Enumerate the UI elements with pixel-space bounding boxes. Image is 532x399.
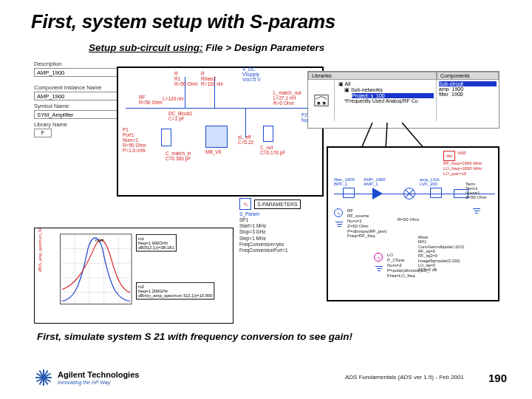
term-label: Term Term1 Num=1 Z=50 Ohm (466, 182, 487, 200)
subcircuit-schematic: R R1 R=50 Ohm R Rbias2 R=100 nH V_DC Vsu… (117, 66, 324, 197)
slide-footer: Agilent Technologies Innovating the HP W… (34, 362, 507, 393)
selected-project[interactable]: Project: s_100 (352, 93, 434, 98)
lib-field[interactable]: F (34, 129, 52, 137)
slide-subtitle: Setup sub-circuit using: File > Design P… (0, 42, 532, 53)
rbias2-label: R Rbias2 R=100 nH (201, 71, 222, 86)
mixer-icon (403, 188, 415, 200)
cout-label: C_out C=0.178 pF (260, 145, 285, 155)
plot-ylabel: dB(S_amp_spectrum_SP1) (38, 228, 42, 272)
svg-rect-2 (322, 102, 325, 105)
amp-label: AMP_1900 AMP_1 (364, 177, 386, 186)
sparam-controller: ∿ S-PARAMETERS S_Param SP1 Start=1 MHz S… (239, 198, 327, 279)
agilent-logo-icon (34, 368, 53, 387)
footer-meta: ADS Fundamentals (ADS ver 1.5) - Feb 200… (345, 374, 478, 381)
vdc-label: V_DC Vsupply Vdc=5 V (242, 66, 261, 82)
sparam-lines: SP1 Start=1 MHz Stop=3 GHz Step=1 MHz Fr… (239, 217, 288, 253)
cmatchin-label: C_match_in C=0.380 pF (166, 151, 191, 161)
filter-label: filter_1900 BPF_1 (334, 177, 355, 186)
marker-m2: m2 freq=1.200GHz dBm(v_amp_spectrum S(2,… (136, 282, 215, 300)
lo-source-label: LO P_1Tone Num=2 P=polar(dbmtow(LO_ Freq… (387, 253, 429, 278)
rf-source-icon: ∿ (334, 208, 343, 217)
page-number: 190 (488, 372, 507, 384)
sparam-header: S-PARAMETERS (254, 200, 301, 209)
comp-amp1900[interactable]: amp_1900 (439, 86, 497, 92)
sparam-icon: ∿ (239, 198, 251, 210)
svg-text:m1▾: m1▾ (95, 238, 103, 242)
dcblock-label: DC_Block1 C=1 pF (168, 111, 193, 121)
component-list[interactable]: Sub-circuit amp_1900 filter_1900 (437, 80, 499, 121)
lmatchout-label: L_match_out L=27.1 nH R=0 Ohm (273, 90, 301, 106)
subtitle-lead: Setup sub-circuit using: (89, 42, 203, 53)
comp-subcircuit[interactable]: Sub-circuit (439, 81, 497, 86)
subtitle-path: File > Design Parameters (205, 42, 324, 53)
comp-filter1900[interactable]: filter_1900 (439, 92, 497, 97)
system-schematic: Var VAR RF_freq=1900 MHz LO_freq=1830 MH… (327, 146, 499, 301)
sparam-name: S_Param (239, 211, 259, 216)
rf-source-label: RF RF_source Num=1 Z=50 Ohm P=dbmtow(RF_… (347, 208, 387, 239)
rload-label: R=50 Ohm (398, 217, 419, 222)
s21-plot: m1▾ dB(S_amp_spectrum_SP1) m1 freq=1.900… (34, 228, 233, 324)
lib-header: Libraries (308, 72, 437, 80)
brand-name: Agilent Technologies (58, 370, 139, 379)
component-browser: Libraries Components ▣ All ▣ Sub-network… (307, 71, 499, 129)
r1-label: R R1 R=50 Ohm (174, 71, 198, 86)
marker-m1: m1 freq=1.900GHz dB(S(2,1))=38.181 (136, 234, 177, 252)
sleff-label: sL_eff C=0.22 (238, 134, 253, 145)
library-list[interactable]: ▣ All ▣ Sub-networks Project: s_100 *Fre… (335, 80, 437, 121)
amp2-label: amp_LNA LVF_200 (420, 177, 440, 186)
slide-title: First, system setup with S-params (0, 0, 532, 38)
p1-label: P1 Port1 Num=1 R=50 Ohm P=1.0 mW (123, 127, 146, 153)
rf-label: RF R=50 Ohm (139, 95, 163, 105)
conclusion-text: First, simulate system S 21 with frequen… (37, 331, 501, 342)
var-icon: Var (443, 151, 455, 161)
mbv6-label: MB_V6 (205, 149, 221, 154)
var-header: VAR (457, 151, 466, 161)
var-lines: RF_freq=1900 MHz LO_freq=1830 MHz LO_pwr… (443, 161, 482, 177)
l120-label: L=120 nH (163, 96, 183, 101)
comp-header: Components (437, 72, 499, 80)
lo-source-icon: ∿ (374, 253, 383, 262)
browser-icon[interactable] (308, 80, 335, 121)
svg-rect-1 (317, 102, 320, 105)
brand-tagline: Innovating the HP Way (58, 380, 139, 385)
